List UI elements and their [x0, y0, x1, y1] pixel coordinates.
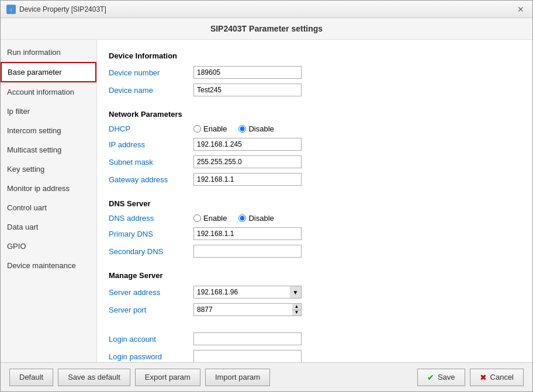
primary-dns-label: Primary DNS: [109, 230, 193, 238]
cancel-button[interactable]: ✖ Cancel: [470, 369, 524, 386]
dhcp-disable-option[interactable]: Disable: [238, 124, 274, 133]
server-address-row: Server address 192.168.1.96 ▼: [109, 286, 521, 299]
login-account-input[interactable]: [193, 332, 302, 345]
dhcp-enable-label: Enable: [203, 124, 227, 133]
dhcp-radio-group: Enable Disable: [193, 124, 274, 133]
sidebar-item-base-parameter[interactable]: Base parameter: [1, 62, 96, 82]
save-as-default-button[interactable]: Save as default: [58, 369, 130, 386]
dns-radio-group: Enable Disable: [193, 214, 274, 223]
ip-address-label: IP address: [109, 140, 193, 149]
login-account-label: Login account: [109, 335, 193, 344]
secondary-dns-label: Secondary DNS: [109, 247, 193, 256]
dns-disable-radio[interactable]: [238, 214, 246, 222]
device-information-title: Device Information: [109, 51, 521, 60]
cancel-x-icon: ✖: [480, 373, 487, 382]
login-account-row: Login account: [109, 332, 521, 345]
dns-address-row: DNS address Enable Disable: [109, 214, 521, 223]
app-icon: i: [6, 5, 16, 14]
secondary-dns-row: Secondary DNS: [109, 245, 521, 258]
dns-address-label: DNS address: [109, 214, 193, 223]
server-port-label: Server port: [109, 306, 193, 314]
dns-enable-option[interactable]: Enable: [193, 214, 227, 223]
secondary-dns-input[interactable]: [193, 245, 302, 258]
dhcp-disable-label: Disable: [248, 124, 274, 133]
header-title: SIP2403T Parameter settings: [210, 24, 323, 33]
server-address-dropdown-wrapper: 192.168.1.96 ▼: [193, 286, 302, 299]
window-title: Device Property [SIP2403T]: [19, 5, 106, 13]
server-port-spinner-buttons: ▲ ▼: [292, 303, 302, 316]
sidebar: Run information Base parameter Account i…: [1, 40, 97, 362]
title-bar-left: i Device Property [SIP2403T]: [6, 5, 106, 14]
sidebar-item-account-information[interactable]: Account information: [1, 82, 96, 102]
server-port-row: Server port ▲ ▼: [109, 303, 521, 316]
sidebar-item-control-uart[interactable]: Control uart: [1, 198, 96, 217]
subnet-mask-label: Subnet mask: [109, 158, 193, 166]
primary-dns-row: Primary DNS: [109, 227, 521, 240]
gateway-address-input[interactable]: [193, 173, 302, 186]
main-window: i Device Property [SIP2403T] ✕ SIP2403T …: [0, 0, 533, 392]
default-button[interactable]: Default: [9, 369, 53, 386]
sidebar-item-key-setting[interactable]: Key setting: [1, 159, 96, 179]
server-port-up-button[interactable]: ▲: [292, 303, 302, 310]
manage-server-title: Manage Server: [109, 271, 521, 280]
device-number-input[interactable]: [193, 66, 302, 79]
ip-address-row: IP address: [109, 138, 521, 151]
server-port-down-button[interactable]: ▼: [292, 310, 302, 317]
login-password-row: Login password: [109, 350, 521, 362]
sidebar-item-gpio[interactable]: GPIO: [1, 237, 96, 256]
sidebar-item-data-uart[interactable]: Data uart: [1, 217, 96, 237]
server-address-select[interactable]: 192.168.1.96: [193, 286, 302, 299]
cancel-label: Cancel: [490, 373, 514, 381]
sidebar-item-intercom-setting[interactable]: Intercom setting: [1, 121, 96, 140]
save-check-icon: ✔: [427, 373, 434, 382]
device-name-label: Device name: [109, 86, 193, 95]
dns-enable-label: Enable: [203, 214, 227, 223]
export-param-button[interactable]: Export param: [135, 369, 200, 386]
dns-server-title: DNS Server: [109, 199, 521, 208]
sidebar-item-device-maintenance[interactable]: Device maintenance: [1, 256, 96, 275]
subnet-mask-row: Subnet mask: [109, 155, 521, 168]
sidebar-item-ip-filter[interactable]: Ip filter: [1, 102, 96, 121]
window-header: SIP2403T Parameter settings: [1, 18, 532, 40]
dhcp-enable-radio[interactable]: [193, 125, 201, 133]
main-content: Device Information Device number Device …: [97, 40, 532, 362]
dhcp-disable-radio[interactable]: [238, 125, 246, 133]
dns-disable-option[interactable]: Disable: [238, 214, 274, 223]
server-port-spinner-wrapper: ▲ ▼: [193, 303, 302, 316]
dns-enable-radio[interactable]: [193, 214, 201, 222]
subnet-mask-input[interactable]: [193, 155, 302, 168]
dns-disable-label: Disable: [248, 214, 274, 223]
title-bar: i Device Property [SIP2403T] ✕: [1, 1, 532, 18]
gateway-address-row: Gateway address: [109, 173, 521, 186]
login-password-input[interactable]: [193, 350, 302, 362]
server-port-input[interactable]: [193, 303, 302, 316]
dhcp-row: DHCP Enable Disable: [109, 124, 521, 133]
gateway-address-label: Gateway address: [109, 175, 193, 184]
device-name-row: Device name: [109, 84, 521, 96]
device-name-input[interactable]: [193, 84, 302, 96]
import-param-button[interactable]: Import param: [205, 369, 270, 386]
save-label: Save: [438, 373, 455, 381]
window-body: Run information Base parameter Account i…: [1, 40, 532, 362]
primary-dns-input[interactable]: [193, 227, 302, 240]
sidebar-item-monitor-ip-address[interactable]: Monitor ip address: [1, 179, 96, 198]
device-number-row: Device number: [109, 66, 521, 79]
login-password-label: Login password: [109, 352, 193, 361]
dhcp-label: DHCP: [109, 124, 193, 133]
ip-address-input[interactable]: [193, 138, 302, 151]
footer: Default Save as default Export param Imp…: [1, 362, 532, 391]
server-address-label: Server address: [109, 288, 193, 297]
device-number-label: Device number: [109, 68, 193, 77]
save-button[interactable]: ✔ Save: [417, 369, 465, 386]
network-parameters-title: Network Parameters: [109, 110, 521, 119]
sidebar-item-multicast-setting[interactable]: Multicast setting: [1, 140, 96, 159]
close-button[interactable]: ✕: [515, 4, 527, 15]
sidebar-item-run-information[interactable]: Run information: [1, 43, 96, 62]
dhcp-enable-option[interactable]: Enable: [193, 124, 227, 133]
